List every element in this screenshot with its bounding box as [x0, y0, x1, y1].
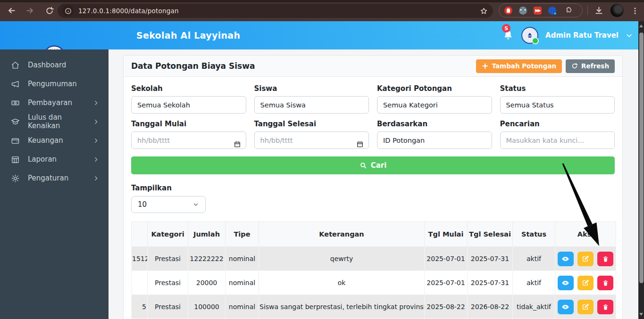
sidebar-item-dashboard[interactable]: Dashboard [0, 56, 109, 74]
url-text[interactable]: 127.0.0.1:8000/data/potongan [78, 7, 179, 15]
sidebar-item-label: Pembayaran [28, 98, 72, 107]
sidebar-item-label: Laporan [28, 155, 57, 164]
col-tipe: Tipe [226, 222, 259, 247]
browser-top-strip [0, 0, 644, 2]
filter-label: Tanggal Mulai [131, 120, 246, 128]
filter-sekolah: Sekolah [131, 84, 246, 114]
url-bar[interactable]: 127.0.0.1:8000/data/potongan [58, 4, 493, 18]
search-button[interactable]: Cari [131, 156, 615, 174]
extension-globe-icon[interactable] [548, 7, 556, 15]
col-keterangan: Keterangan [259, 222, 425, 247]
plus-icon: + [482, 62, 488, 70]
cell-jumlah: 20000 [188, 271, 226, 295]
page-size-select[interactable]: 10 [131, 196, 206, 213]
cell-tgl-mulai: 2025-08-22 [425, 295, 468, 319]
delete-button[interactable] [597, 300, 613, 314]
cell-status: aktif [513, 247, 555, 271]
scroll-up-arrow[interactable] [639, 25, 643, 27]
notifications-button[interactable]: 5 [502, 29, 514, 41]
table-row: 5 Prestasi 100000 nominal Siswa sangat b… [132, 295, 616, 319]
page-size-value: 10 [138, 200, 147, 209]
filter-pencarian: Pencarian [500, 120, 615, 149]
scrollbar-thumb[interactable] [639, 33, 644, 283]
edit-icon [582, 303, 589, 311]
cell-keterangan: Siswa sangat berprestasi, terlebih tingk… [259, 295, 425, 319]
delete-button[interactable] [597, 276, 613, 290]
gear-icon [10, 173, 20, 183]
screen: 127.0.0.1:8000/data/potongan ▶▶ [0, 0, 644, 319]
cell-tipe: nominal [226, 295, 259, 319]
scroll-down-arrow[interactable] [639, 313, 643, 316]
delete-button[interactable] [597, 252, 613, 266]
sidebar-item-label: Lulus dan Kenaikan [28, 113, 93, 130]
trash-icon [602, 303, 609, 311]
tanggal-mulai-input[interactable] [131, 131, 246, 149]
trash-icon [602, 255, 609, 262]
reload-icon[interactable] [44, 5, 55, 16]
extension-adblock-icon[interactable] [504, 7, 512, 15]
extension-video-icon[interactable]: ▶▶ [534, 7, 542, 15]
bookmark-star-icon[interactable] [479, 7, 488, 16]
siswa-select[interactable] [254, 96, 369, 114]
potongan-table: Kategori Jumlah Tipe Keterangan Tgl Mula… [131, 221, 616, 319]
view-button[interactable] [558, 300, 574, 314]
menu-dots-icon[interactable] [629, 5, 640, 16]
edit-icon [582, 279, 589, 286]
vertical-scrollbar[interactable] [638, 21, 644, 319]
col-kategori: Kategori [148, 222, 188, 247]
kategori-select[interactable] [377, 96, 492, 114]
megaphone-icon [10, 79, 20, 89]
view-button[interactable] [558, 252, 574, 266]
sidebar-item-pembayaran[interactable]: Pembayaran [0, 93, 109, 112]
sidebar: Dashboard Pengumuman Pembayaran Lulus da… [0, 49, 109, 319]
cell-id: 5 [132, 295, 148, 319]
extensions-capsule: ▶▶ [499, 3, 583, 17]
download-icon[interactable] [594, 5, 604, 16]
filter-kategori: Kategori Potongan [377, 84, 492, 114]
chevron-down-icon [192, 201, 199, 208]
back-icon[interactable] [6, 5, 17, 16]
sidebar-item-pengumuman[interactable]: Pengumuman [0, 74, 109, 93]
cell-kategori: Prestasi [148, 247, 188, 271]
refresh-button[interactable]: Refresh [566, 59, 615, 73]
sidebar-item-keuangan[interactable]: Keuangan [0, 131, 109, 150]
cell-tgl-selesai: 2025-07-31 [468, 271, 513, 295]
sekolah-select[interactable] [131, 96, 246, 114]
chevron-right-icon [93, 175, 99, 181]
sidebar-item-label: Pengaturan [28, 174, 68, 182]
tanggal-selesai-input[interactable] [254, 131, 369, 149]
sidebar-item-lulus-dan-kenaikan[interactable]: Lulus dan Kenaikan [0, 112, 109, 131]
chevron-down-icon[interactable] [626, 32, 633, 39]
filter-label: Status [500, 84, 615, 93]
berdasarkan-select[interactable] [377, 131, 492, 149]
cell-aksi [555, 271, 616, 295]
col-tgl-selesai: Tgl Selesai [468, 222, 513, 247]
report-icon [10, 155, 20, 164]
edit-button[interactable] [577, 276, 594, 290]
sidebar-item-label: Pengumuman [28, 80, 77, 88]
show-label: Tampilkan [131, 184, 615, 192]
status-select[interactable] [500, 96, 615, 114]
add-potongan-button[interactable]: + Tambah Potongan [476, 59, 562, 73]
user-name[interactable]: Admin Ratu Travel [545, 31, 619, 40]
edit-button[interactable] [577, 300, 594, 314]
forward-icon[interactable] [25, 5, 35, 16]
info-icon[interactable] [62, 5, 74, 16]
toolbar-divider [587, 6, 588, 15]
sidebar-item-pengaturan[interactable]: Pengaturan [0, 169, 109, 188]
sidebar-item-laporan[interactable]: Laporan [0, 150, 109, 169]
search-input[interactable] [500, 131, 615, 149]
extension-goggles-icon[interactable] [519, 7, 527, 15]
browser-profile-avatar[interactable] [611, 4, 624, 17]
sidebar-item-label: Keuangan [28, 136, 63, 145]
sidebar-item-label: Dashboard [28, 61, 66, 69]
graduation-icon [10, 117, 20, 126]
col-jumlah: Jumlah [188, 222, 226, 247]
eye-icon [561, 255, 569, 263]
avatar[interactable] [521, 27, 538, 44]
home-icon [10, 60, 20, 70]
edit-button[interactable] [577, 252, 594, 266]
col-id [132, 222, 148, 247]
puzzle-icon[interactable] [564, 6, 573, 15]
view-button[interactable] [558, 276, 574, 290]
